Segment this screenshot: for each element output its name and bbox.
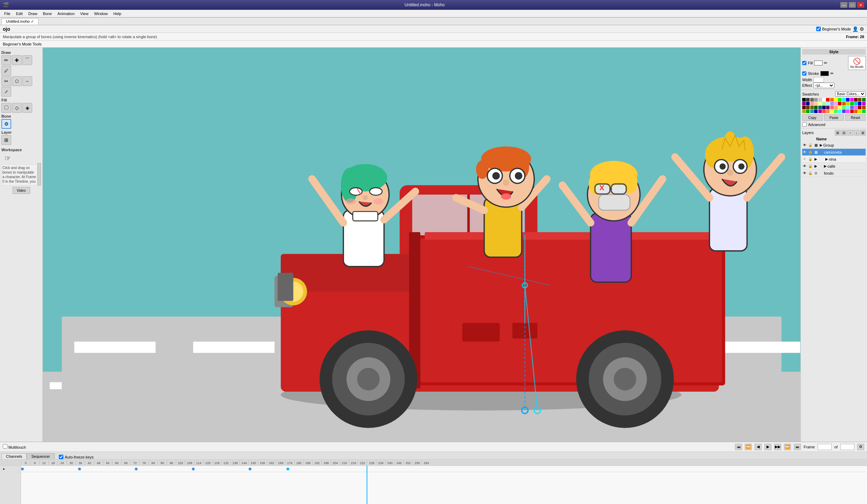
keyframe-dot-24[interactable] [249, 468, 251, 470]
color-cell[interactable] [802, 110, 806, 113]
beginner-mode-checkbox[interactable] [816, 27, 821, 31]
keyframe-dot-0[interactable] [21, 468, 24, 470]
color-cell[interactable] [814, 110, 818, 113]
color-cell[interactable] [846, 106, 849, 109]
color-cell[interactable] [862, 110, 866, 113]
fill-checkbox[interactable] [802, 61, 806, 65]
layer-expand-nina[interactable]: ▶ [825, 157, 828, 161]
layers-tool-btn-2[interactable]: ⊟ [841, 130, 847, 135]
color-cell[interactable] [806, 98, 810, 102]
color-cell[interactable] [850, 110, 854, 113]
menu-edit[interactable]: Edit [13, 11, 26, 16]
color-cell[interactable] [838, 110, 841, 113]
color-cell[interactable] [842, 102, 846, 105]
menu-animation[interactable]: Animation [55, 11, 77, 16]
color-cell[interactable] [854, 98, 858, 102]
color-cell[interactable] [854, 110, 858, 113]
layer-expand-group[interactable]: ▶ [820, 143, 823, 147]
draw-tool-transform[interactable]: ↔ [22, 76, 32, 86]
layer-lock-icon-5[interactable]: 🔒 [808, 171, 813, 176]
draw-tool-add[interactable]: ✚ [12, 55, 22, 65]
fill-tool-bucket[interactable]: 〇 [1, 103, 11, 113]
color-cell[interactable] [838, 106, 841, 109]
keyframe-dot-18[interactable] [192, 468, 195, 470]
color-cell[interactable] [802, 102, 806, 105]
color-cell[interactable] [830, 106, 834, 109]
layer-nina[interactable]: 👁 🔒 ▶ ▶ nina [802, 156, 866, 163]
channels-tab[interactable]: Channels [1, 453, 27, 459]
color-cell[interactable] [818, 102, 822, 105]
layer-name-group[interactable]: Group [823, 143, 866, 147]
total-frames-input[interactable]: 48 [840, 444, 854, 450]
maximize-button[interactable]: □ [849, 2, 856, 8]
color-cell[interactable] [822, 110, 826, 113]
layer-visible-icon-5[interactable]: 👁 [802, 171, 807, 176]
keyframe-dot-6[interactable] [78, 468, 81, 470]
layers-expand-btn[interactable]: ⊞ [860, 130, 866, 135]
layer-name-camioneta[interactable]: camioneta [824, 150, 866, 154]
color-cell[interactable] [806, 102, 810, 105]
layer-fondo[interactable]: 👁 🔒 ⊙ fondo [802, 170, 866, 177]
layer-name-fondo[interactable]: fondo [824, 171, 866, 175]
color-cell[interactable] [858, 98, 861, 102]
draw-tool-brush[interactable]: 🖊 [1, 66, 11, 76]
color-cell[interactable] [842, 98, 846, 102]
color-cell[interactable] [830, 102, 834, 105]
help-scrollbar[interactable] [37, 163, 41, 186]
play-btn-prev-key[interactable]: ⏪ [745, 444, 752, 450]
layer-visible-icon-4[interactable]: 👁 [802, 164, 807, 169]
layer-name-calle[interactable]: calle [827, 164, 866, 168]
color-cell[interactable] [862, 106, 866, 109]
sequencer-tab[interactable]: Sequencer [27, 453, 54, 459]
layers-tool-btn-4[interactable]: ↓ [854, 130, 859, 135]
layer-visible-icon[interactable]: 👁 [802, 143, 807, 148]
layers-tool-btn-3[interactable]: ↑ [847, 130, 853, 135]
color-cell[interactable] [818, 98, 822, 102]
workspace-icon[interactable]: ☞ [3, 153, 13, 163]
menu-draw[interactable]: Draw [26, 11, 40, 16]
fill-tool-paint[interactable]: ◈ [22, 103, 32, 113]
draw-tool-shape[interactable]: ⬡ [12, 76, 22, 86]
draw-tool-curve[interactable]: ⌒ [22, 55, 32, 65]
layer-group[interactable]: 👁 🔒 ▦ ▶ Group [802, 142, 866, 149]
close-button[interactable]: ✕ [857, 2, 864, 8]
layer-tool[interactable]: ⊞ [1, 135, 11, 145]
advanced-checkbox[interactable] [802, 122, 807, 127]
color-cell[interactable] [810, 110, 814, 113]
color-cell[interactable] [854, 102, 858, 105]
stroke-edit-icon[interactable]: ✏ [830, 71, 834, 76]
layer-visible-icon-3[interactable]: 👁 [802, 157, 807, 162]
keyframe-dot-28[interactable] [286, 468, 289, 470]
canvas-area[interactable] [43, 48, 800, 442]
basic-colors-dropdown[interactable]: Basic Colors... [835, 91, 866, 97]
layer-name-nina[interactable]: nina [829, 157, 866, 161]
color-cell[interactable] [802, 98, 806, 102]
play-btn-next[interactable]: ▶▶ [774, 444, 781, 450]
color-cell[interactable] [826, 102, 830, 105]
color-cell[interactable] [834, 98, 838, 102]
color-cell[interactable] [830, 98, 834, 102]
color-cell[interactable] [834, 106, 838, 109]
color-cell[interactable] [814, 98, 818, 102]
auto-freeze-checkbox[interactable] [59, 455, 63, 459]
layer-lock-icon[interactable]: 🔒 [808, 143, 813, 148]
color-cell[interactable] [810, 106, 814, 109]
multitouch-checkbox[interactable] [3, 444, 7, 449]
color-cell[interactable] [838, 98, 841, 102]
color-cell[interactable] [826, 110, 830, 113]
play-btn-start[interactable]: ⏮ [735, 444, 742, 450]
frame-input[interactable]: 28 [818, 444, 832, 450]
color-cell[interactable] [854, 106, 858, 109]
play-btn-prev[interactable]: ◀ [755, 444, 762, 450]
color-cell[interactable] [822, 106, 826, 109]
color-cell[interactable] [806, 110, 810, 113]
play-btn-next-key[interactable]: ⏩ [784, 444, 791, 450]
draw-tool-pencil[interactable]: ✏ [1, 55, 11, 65]
color-cell[interactable] [834, 102, 838, 105]
menu-file[interactable]: File [1, 11, 13, 16]
effect-dropdown[interactable]: <pl... [813, 83, 834, 88]
color-cell[interactable] [850, 98, 854, 102]
color-cell[interactable] [822, 102, 826, 105]
keyframe-dot-12[interactable] [135, 468, 138, 470]
fill-tool-gradient[interactable]: ◇ [12, 103, 22, 113]
